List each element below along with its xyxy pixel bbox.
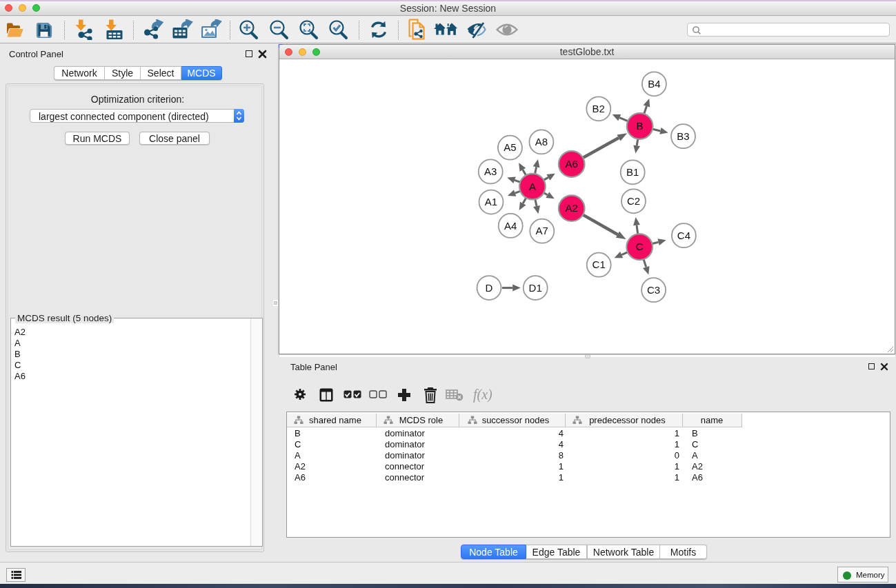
svg-text:A8: A8 [535, 136, 548, 148]
svg-text:A2: A2 [566, 202, 578, 214]
svg-text:B1: B1 [626, 166, 639, 178]
svg-text:D1: D1 [529, 282, 542, 294]
svg-text:B: B [637, 120, 644, 132]
svg-text:D: D [486, 282, 493, 294]
svg-text:B2: B2 [593, 103, 605, 114]
svg-text:C2: C2 [627, 195, 640, 207]
svg-text:C3: C3 [647, 284, 660, 296]
svg-text:C: C [636, 241, 644, 252]
svg-text:A3: A3 [484, 165, 497, 177]
svg-text:A5: A5 [504, 141, 516, 153]
svg-text:A: A [529, 181, 536, 192]
svg-text:A7: A7 [536, 225, 548, 236]
svg-text:A1: A1 [485, 196, 497, 207]
svg-text:C4: C4 [677, 230, 690, 241]
svg-text:C1: C1 [593, 258, 606, 270]
svg-text:A4: A4 [504, 220, 517, 232]
svg-text:B3: B3 [677, 130, 689, 142]
svg-text:A6: A6 [566, 158, 578, 170]
svg-text:B4: B4 [648, 78, 660, 90]
